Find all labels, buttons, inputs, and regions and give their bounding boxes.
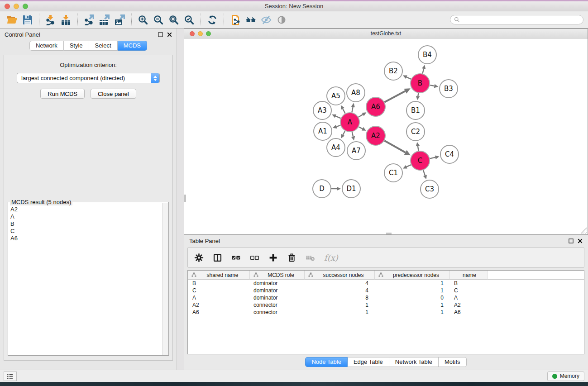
run-mcds-button[interactable]: Run MCDS <box>40 89 85 99</box>
edge-A2-C[interactable] <box>384 141 411 155</box>
graph-node-A7[interactable]: A7 <box>347 142 365 160</box>
task-history-button[interactable] <box>4 372 17 381</box>
panel-divider[interactable] <box>177 29 184 370</box>
network-minimize-button[interactable] <box>198 31 203 36</box>
cell-predecessor-nodes[interactable]: 0 <box>375 294 450 301</box>
cell-shared-name[interactable]: B <box>188 280 250 287</box>
network-zoom-button[interactable] <box>206 31 211 36</box>
table-row[interactable]: Bdominator41B <box>188 280 584 287</box>
first-neighbors-icon[interactable] <box>244 14 258 26</box>
zoom-out-icon[interactable] <box>152 14 165 26</box>
close-table-panel-icon[interactable] <box>578 238 583 243</box>
tab-network-table[interactable]: Network Table <box>389 357 439 367</box>
cell-predecessor-nodes[interactable]: 1 <box>375 309 450 316</box>
cell-shared-name[interactable]: A2 <box>188 301 250 309</box>
cell-predecessor-nodes[interactable]: 1 <box>375 280 450 287</box>
cell-MCDS-role[interactable]: connector <box>250 309 305 316</box>
add-column-icon[interactable] <box>268 253 278 262</box>
tab-style[interactable]: Style <box>64 41 89 51</box>
cell-shared-name[interactable]: A6 <box>188 309 250 316</box>
edge-C-C4[interactable] <box>430 156 440 159</box>
import-table-icon[interactable] <box>59 14 73 26</box>
graph-node-C3[interactable]: C3 <box>421 180 439 198</box>
graph-node-B2[interactable]: B2 <box>384 62 402 80</box>
graph-node-D[interactable]: D <box>313 180 331 198</box>
search-box[interactable] <box>450 15 583 24</box>
graph-node-D1[interactable]: D1 <box>342 180 360 198</box>
edge-D-D1[interactable] <box>331 187 341 191</box>
graph-node-B3[interactable]: B3 <box>440 80 458 98</box>
cell-predecessor-nodes[interactable]: 1 <box>375 287 450 294</box>
cell-shared-name[interactable]: C <box>188 287 250 294</box>
edge-A-A8[interactable] <box>351 103 355 113</box>
window-resize-grip[interactable] <box>581 228 587 234</box>
float-panel-icon[interactable] <box>158 32 163 37</box>
graph-node-C1[interactable]: C1 <box>384 164 402 182</box>
table-settings-icon[interactable] <box>194 253 204 262</box>
column-header-successor-nodes[interactable]: successor nodes <box>305 271 375 280</box>
save-session-icon[interactable] <box>21 14 34 26</box>
tab-motifs[interactable]: Motifs <box>439 357 467 367</box>
edge-A-A3[interactable] <box>332 114 341 119</box>
tab-select[interactable]: Select <box>89 41 118 51</box>
cell-successor-nodes[interactable]: 1 <box>305 309 375 316</box>
cell-successor-nodes[interactable]: 4 <box>305 280 375 287</box>
cell-name[interactable]: A6 <box>450 309 488 316</box>
column-header-name[interactable]: name <box>450 271 488 280</box>
graph-node-C4[interactable]: C4 <box>440 145 459 163</box>
cell-MCDS-role[interactable]: dominator <box>250 287 305 294</box>
left-splitter-handle[interactable] <box>184 195 186 202</box>
column-header-MCDS-role[interactable]: MCDS role <box>250 271 305 280</box>
cell-MCDS-role[interactable]: dominator <box>250 280 305 287</box>
edge-B-B1[interactable] <box>416 93 420 100</box>
edge-C-C2[interactable] <box>416 142 420 151</box>
edge-A-A6[interactable] <box>359 112 366 117</box>
graph-node-A3[interactable]: A3 <box>313 101 331 119</box>
mcds-result-list[interactable]: A2ABCA6 <box>8 202 168 243</box>
close-window-button[interactable] <box>5 4 10 9</box>
cell-name[interactable]: A <box>450 294 488 301</box>
graph-node-A1[interactable]: A1 <box>314 122 332 140</box>
edge-C-C3[interactable] <box>423 170 427 179</box>
cell-shared-name[interactable]: A <box>188 294 250 301</box>
hide-panels-icon[interactable] <box>259 14 273 26</box>
tab-edge-table[interactable]: Edge Table <box>348 357 389 367</box>
zoom-fit-icon[interactable] <box>167 14 181 26</box>
network-canvas[interactable]: B4B2BB3A8A5A6B1A3AA1C2A2A4A7C4CC1C3DD1 <box>184 38 588 234</box>
table-row[interactable]: Cdominator41C <box>188 287 584 294</box>
graph-node-C[interactable]: C <box>411 151 430 170</box>
zoom-in-icon[interactable] <box>136 14 150 26</box>
edge-A-A4[interactable] <box>341 131 345 138</box>
delete-selected-icon[interactable] <box>287 253 296 262</box>
cell-name[interactable]: C <box>450 287 488 294</box>
graph-node-A6[interactable]: A6 <box>366 97 385 116</box>
cell-MCDS-role[interactable]: connector <box>250 301 305 309</box>
edge-B-B4[interactable] <box>422 65 425 73</box>
graph-node-A5[interactable]: A5 <box>327 87 345 105</box>
graph-node-A2[interactable]: A2 <box>366 126 385 145</box>
graph-node-B[interactable]: B <box>411 74 430 93</box>
column-header-predecessor-nodes[interactable]: predecessor nodes <box>375 271 450 280</box>
mcds-result-item[interactable]: A6 <box>10 235 167 242</box>
zoom-window-button[interactable] <box>23 4 28 9</box>
graph-node-C2[interactable]: C2 <box>406 123 425 141</box>
column-visibility-icon[interactable] <box>213 253 222 262</box>
search-input[interactable] <box>462 17 579 23</box>
cell-name[interactable]: A2 <box>450 301 488 309</box>
edge-B-B2[interactable] <box>403 75 411 79</box>
refresh-view-icon[interactable] <box>206 14 219 26</box>
mcds-result-item[interactable]: C <box>10 228 167 235</box>
table-row[interactable]: A6connector11A6 <box>188 309 584 316</box>
minimize-window-button[interactable] <box>14 4 19 9</box>
open-session-icon[interactable] <box>5 14 19 26</box>
show-graphics-details-icon[interactable] <box>275 14 288 26</box>
edge-A-A2[interactable] <box>359 127 366 131</box>
cell-MCDS-role[interactable]: dominator <box>250 294 305 301</box>
tab-network[interactable]: Network <box>29 41 64 51</box>
cell-successor-nodes[interactable]: 8 <box>305 294 375 301</box>
network-graph[interactable]: B4B2BB3A8A5A6B1A3AA1C2A2A4A7C4CC1C3DD1 <box>184 38 588 234</box>
tab-node-table[interactable]: Node Table <box>305 357 348 367</box>
import-network-icon[interactable] <box>44 14 57 26</box>
export-network-icon[interactable] <box>82 14 96 26</box>
bottom-splitter-handle[interactable] <box>386 233 392 234</box>
